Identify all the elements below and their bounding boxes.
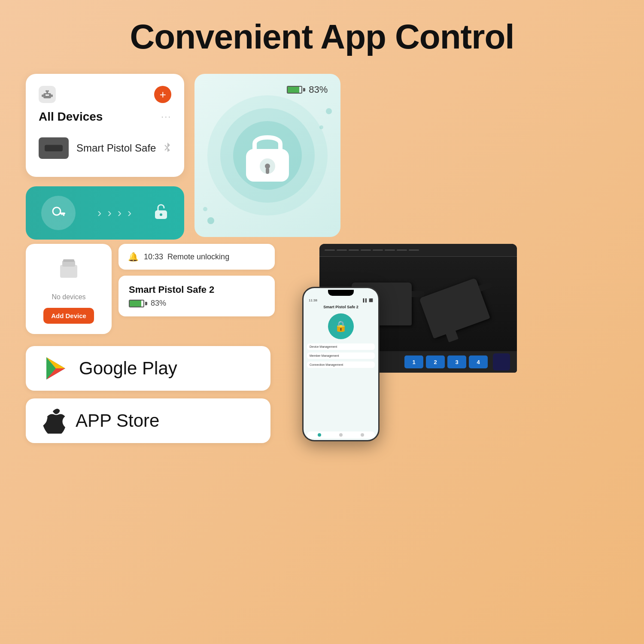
phone-nav-bar — [307, 431, 375, 438]
safe2-battery-label: 83% — [151, 299, 166, 308]
nav-dot-1 — [318, 433, 321, 437]
svg-point-5 — [47, 90, 49, 92]
more-options-icon[interactable]: ··· — [161, 111, 171, 122]
phone-menu-1: Device Management — [307, 343, 375, 350]
bluetooth-icon — [164, 142, 171, 155]
svg-rect-10 — [63, 214, 64, 216]
safe2-name-label: Smart Pistol Safe 2 — [129, 284, 264, 295]
left-column: + All Devices ··· Smart Pistol Safe — [26, 74, 184, 240]
device-thumbnail — [39, 137, 69, 159]
add-device-plus-button[interactable]: + — [154, 86, 171, 103]
store-buttons-row: Google Play APP Store — [26, 346, 275, 443]
bottom-row: No devices Add Device 🔔 10:33 Remote unl… — [26, 244, 618, 443]
robot-icon — [39, 86, 56, 103]
svg-rect-17 — [266, 168, 269, 174]
google-play-label: Google Play — [79, 358, 177, 379]
svg-point-13 — [160, 213, 162, 216]
devices-header-left — [39, 86, 56, 103]
product-image-area: 1 2 3 4 11:38 ▌▌ ⬛ Sma — [285, 244, 618, 443]
main-content-row: + All Devices ··· Smart Pistol Safe — [26, 74, 618, 240]
unlock-icon — [153, 203, 169, 224]
device-row[interactable]: Smart Pistol Safe — [39, 131, 171, 165]
remote-unlock-notification: 🔔 10:33 Remote unlocking — [118, 244, 275, 270]
svg-rect-1 — [46, 94, 47, 96]
phone-lock-icon: 🔒 — [328, 313, 354, 339]
phone-menu-2: Member Management — [307, 352, 375, 359]
no-devices-card: No devices Add Device — [26, 244, 112, 334]
phone-menu-3: Connection Management — [307, 361, 375, 368]
fingerprint-sensor — [493, 353, 510, 371]
phone-status-bar: 11:38 ▌▌ ⬛ — [307, 298, 375, 303]
key-1: 1 — [404, 355, 423, 368]
app-store-button[interactable]: APP Store — [26, 398, 270, 443]
safe2-battery-row: 83% — [129, 299, 264, 308]
key-2: 2 — [426, 355, 445, 368]
svg-rect-7 — [51, 94, 53, 97]
device-name-label: Smart Pistol Safe — [76, 142, 156, 154]
page-title: Convenient App Control — [130, 17, 514, 57]
no-devices-icon — [34, 254, 103, 289]
svg-rect-0 — [43, 93, 51, 98]
apple-icon — [43, 408, 65, 434]
key-4: 4 — [469, 355, 488, 368]
page-wrapper: Convenient App Control — [0, 0, 644, 644]
safe-box-top — [319, 244, 517, 257]
safe2-battery-icon — [129, 300, 147, 307]
svg-point-4 — [46, 90, 47, 92]
phone-screen: 11:38 ▌▌ ⬛ Smart Pistol Safe 2 🔒 Device … — [304, 288, 378, 440]
battery-icon — [287, 86, 305, 94]
svg-point-8 — [53, 207, 61, 215]
devices-notifications-row: No devices Add Device 🔔 10:33 Remote unl… — [26, 244, 275, 334]
unlock-bar[interactable]: ›››› — [26, 186, 184, 240]
all-devices-card: + All Devices ··· Smart Pistol Safe — [26, 74, 184, 177]
nav-dot-3 — [361, 433, 364, 437]
svg-rect-18 — [60, 265, 77, 278]
bottom-left-column: No devices Add Device 🔔 10:33 Remote unl… — [26, 244, 275, 443]
app-store-label: APP Store — [76, 410, 159, 431]
svg-rect-11 — [61, 214, 63, 215]
svg-rect-2 — [47, 94, 49, 96]
nav-dot-2 — [339, 433, 343, 437]
svg-rect-6 — [42, 94, 43, 97]
gun-2 — [419, 278, 490, 339]
no-devices-text: No devices — [34, 293, 103, 301]
arrows-animation: ›››› — [97, 206, 131, 220]
add-device-button[interactable]: Add Device — [43, 308, 94, 324]
lock-status-card: 83% — [194, 74, 340, 237]
key-3: 3 — [447, 355, 466, 368]
all-devices-label: All Devices — [39, 110, 103, 124]
svg-rect-20 — [63, 259, 74, 262]
bell-icon: 🔔 — [128, 252, 139, 262]
right-column: 83% — [194, 74, 340, 240]
product-mockup: 1 2 3 4 11:38 ▌▌ ⬛ Sma — [285, 244, 618, 441]
key-icon — [41, 196, 76, 230]
phone-app-title: Smart Pistol Safe 2 — [307, 305, 375, 309]
battery-indicator: 83% — [287, 84, 328, 95]
google-play-button[interactable]: Google Play — [26, 346, 270, 391]
battery-percent-label: 83% — [309, 84, 328, 95]
notification-text: 10:33 Remote unlocking — [144, 252, 229, 261]
phone-notch — [328, 290, 354, 296]
devices-card-header: + — [39, 86, 171, 103]
phone-mockup: 11:38 ▌▌ ⬛ Smart Pistol Safe 2 🔒 Device … — [302, 287, 380, 441]
notification-stack: 🔔 10:33 Remote unlocking Smart Pistol Sa… — [118, 244, 275, 334]
smart-safe2-card: Smart Pistol Safe 2 83% — [118, 276, 275, 316]
google-play-icon — [43, 355, 69, 381]
lock-ripple-animation — [207, 95, 328, 216]
